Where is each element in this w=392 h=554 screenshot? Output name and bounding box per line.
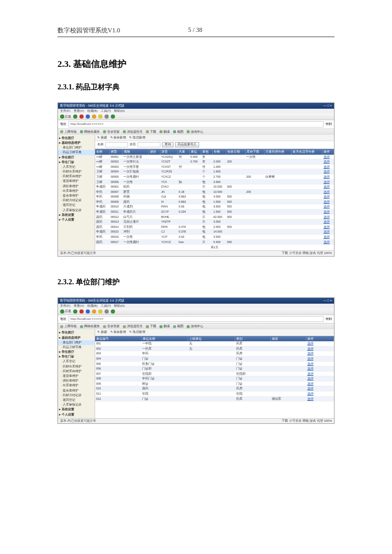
action-link[interactable]: ✎ 取消新增 xyxy=(129,136,145,140)
table-row[interactable]: 中药00007胶囊JN0.18包13.500200选择 xyxy=(95,189,334,194)
tree-node[interactable]: · 药材库存维护 xyxy=(58,369,95,374)
cell[interactable]: 选择 xyxy=(306,356,334,361)
fav-tab[interactable]: 游戏中心 xyxy=(187,130,203,134)
tree-node[interactable]: · 调价单维护 xyxy=(58,184,95,189)
cell[interactable]: 选择 xyxy=(322,159,334,165)
table-row[interactable]: 西药00013元胡止痛片YHZTP片3.000选择 xyxy=(95,220,334,225)
fav-tab[interactable]: 截图 xyxy=(173,130,183,134)
import-button[interactable]: 药品批量导入 xyxy=(175,142,199,147)
history-icon[interactable] xyxy=(105,309,109,314)
tree-node[interactable]: · 退货单维护 xyxy=(58,374,95,378)
tree-node[interactable]: ▸ 个人设置 xyxy=(58,217,95,222)
fav-tab[interactable]: 上网导航 xyxy=(60,130,77,134)
cell[interactable]: 选择 xyxy=(306,381,334,386)
table-row[interactable]: ××材00001一次性注射器YCXZSQ付0.000支一次性选择 xyxy=(95,155,334,159)
fav-icon[interactable] xyxy=(98,114,102,119)
address-input[interactable]: http://localhost:××××/×× xyxy=(68,316,324,322)
action-link[interactable]: ✎ 保存新增 xyxy=(110,136,126,140)
table-row[interactable]: 中成药00011中成药片ZCYP0.234包1.500500选择 xyxy=(95,210,334,215)
tree-node[interactable]: · 入库登记 xyxy=(58,359,95,364)
menu-item[interactable]: 收藏(B) xyxy=(87,304,98,308)
refresh-icon[interactable] xyxy=(86,114,90,119)
cell[interactable]: 选择 xyxy=(322,229,334,235)
spell-input[interactable] xyxy=(137,142,160,147)
cell[interactable]: 选择 xyxy=(306,376,334,382)
table-row[interactable]: 西药00017一次性扁针YCXCZDan片5.400500选择 xyxy=(95,239,334,245)
fav-tab[interactable]: 截图 xyxy=(173,325,183,328)
nav-tree[interactable]: ▸ 学生医疗▸ 基础信息维护· 单位部门维护· 药品卫材字典▸ 学生医疗▸ 学生… xyxy=(58,329,95,418)
cell[interactable]: 选择 xyxy=(322,179,334,184)
table-row[interactable]: 卫材00004一次打包装YCJPZS个1.900选择 xyxy=(95,169,334,175)
cell[interactable]: 选择 xyxy=(306,391,334,397)
fav-tab[interactable]: 游戏中心 xyxy=(187,325,203,328)
tree-node[interactable]: · 退货单维护 xyxy=(58,179,95,183)
menu-item[interactable]: 查看(V) xyxy=(74,304,84,308)
address-input[interactable]: http://localhost:××××/×× xyxy=(68,121,324,127)
filter-bar[interactable]: 名称 拼音 查询 药品批量导入 xyxy=(95,141,334,149)
menu-bar[interactable]: 文件(F)查看(V)收藏(B)工具(T)帮助(H) xyxy=(58,109,334,113)
browser-toolbar[interactable]: 后退 xyxy=(58,308,334,315)
tree-node[interactable]: · 调价单维护 xyxy=(58,378,95,383)
menu-item[interactable]: 查看(V) xyxy=(74,109,84,113)
table-row[interactable]: 卫材00006一次性YCX如包2.600选择 xyxy=(95,179,334,184)
cell[interactable]: 选择 xyxy=(322,169,334,175)
tree-node[interactable]: ▸ 个人设置 xyxy=(58,412,95,417)
table-row[interactable]: 006门诊部门诊选择 xyxy=(95,366,334,372)
table-row[interactable]: 001一中院无药库选择 xyxy=(95,341,334,346)
table-row[interactable]: 中成药00010片成剂PIAN0.56包3.500500选择 xyxy=(95,204,334,210)
table-row[interactable]: 004门诊门诊选择 xyxy=(95,356,334,361)
fav-tab[interactable]: 浏览器医生 xyxy=(123,130,143,134)
fav-icon[interactable] xyxy=(98,309,102,314)
action-link[interactable]: ✎ 取消新增 xyxy=(129,330,145,334)
window-controls[interactable]: — □ × xyxy=(324,104,332,108)
tree-node[interactable]: · 退回登记 xyxy=(58,203,95,207)
tree-node[interactable]: ▸ 学生门诊 xyxy=(58,354,95,359)
tree-node[interactable]: · 入库审核记录 xyxy=(58,208,95,213)
pager[interactable]: 第1页 xyxy=(95,245,334,250)
tree-node[interactable]: · 药材出库维护 xyxy=(58,169,95,174)
tree-node[interactable]: · 药材月结记录 xyxy=(58,393,95,398)
query-button[interactable]: 查询 xyxy=(162,142,174,147)
action-link[interactable]: ✎ 保存新增 xyxy=(110,330,126,334)
forward-icon[interactable] xyxy=(73,114,77,119)
tree-node[interactable]: · 药品卫材字典 xyxy=(58,150,95,155)
table-row[interactable]: 010西药药房选择 xyxy=(95,386,334,391)
fav-tab[interactable]: 翻译 xyxy=(159,325,170,328)
fav-tab[interactable]: 网络收藏夹 xyxy=(80,130,100,134)
action-link[interactable]: ✎ 新建 xyxy=(97,330,107,334)
tree-node[interactable]: · 盘点单维护 xyxy=(58,388,95,393)
table-row[interactable]: 西药00012白芍片BOHE片62.000500选择 xyxy=(95,214,334,220)
cell[interactable]: 选择 xyxy=(322,214,334,220)
cell[interactable]: 选择 xyxy=(306,386,334,391)
secure-icon[interactable] xyxy=(111,309,115,314)
menu-item[interactable]: 文件(F) xyxy=(60,109,71,113)
tree-node[interactable]: · 出库单维护 xyxy=(58,189,95,193)
fav-tab[interactable]: 浏览器医生 xyxy=(123,325,143,328)
name-input[interactable] xyxy=(105,142,128,147)
cell[interactable]: 选择 xyxy=(322,224,334,229)
cell[interactable]: 选择 xyxy=(306,396,334,401)
tree-node[interactable]: ▸ 系统设置 xyxy=(58,213,95,217)
action-bar[interactable]: ✎ 新建✎ 保存新增✎ 取消新增 xyxy=(95,135,334,141)
back-button[interactable]: 后退 xyxy=(60,309,71,314)
cell[interactable]: 选择 xyxy=(322,194,334,200)
tree-node[interactable]: · 入库审核记录 xyxy=(58,402,95,407)
home-icon[interactable] xyxy=(92,309,96,314)
fav-tab[interactable]: 上网导航 xyxy=(60,325,77,328)
cell[interactable]: 选择 xyxy=(322,155,334,159)
cell[interactable]: 选择 xyxy=(306,346,334,351)
tree-node[interactable]: · 药材月结记录 xyxy=(58,198,95,203)
fav-tab[interactable]: 下载 xyxy=(146,325,156,328)
stop-icon[interactable] xyxy=(79,309,84,314)
tree-node[interactable]: · 单位部门维护 xyxy=(58,340,95,345)
tree-node[interactable]: · 出库单维护 xyxy=(58,383,95,388)
table-row[interactable]: ××材00002一次性针头YCXZT0.700支2.000200选择 xyxy=(95,159,334,165)
menu-item[interactable]: 收藏(B) xyxy=(87,109,98,113)
cell[interactable]: 选择 xyxy=(306,371,334,376)
tree-node[interactable]: ▸ 基础信息维护 xyxy=(58,336,95,340)
cell[interactable]: 选择 xyxy=(322,164,334,169)
menu-item[interactable]: 文件(F) xyxy=(60,304,71,308)
cell[interactable]: 选择 xyxy=(306,351,334,356)
table-row[interactable]: 中成药00001纸药ZYAO片15.530500选择 xyxy=(95,184,334,190)
table-row[interactable]: 002一药库无药库选择 xyxy=(95,346,334,351)
